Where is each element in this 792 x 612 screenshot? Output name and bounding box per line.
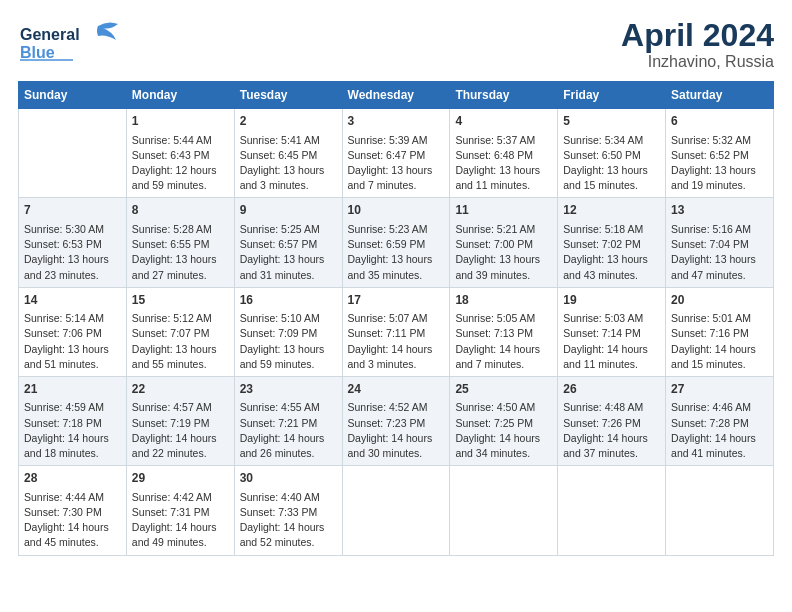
cell-text: and 59 minutes. — [240, 357, 337, 372]
cell-text: Sunset: 7:30 PM — [24, 505, 121, 520]
cell-1-6: 5Sunrise: 5:34 AMSunset: 6:50 PMDaylight… — [558, 109, 666, 198]
cell-text: and 51 minutes. — [24, 357, 121, 372]
cell-text: Sunset: 6:45 PM — [240, 148, 337, 163]
day-number: 22 — [132, 381, 229, 398]
cell-text: Sunrise: 5:10 AM — [240, 311, 337, 326]
header: General Blue April 2024 Inzhavino, Russi… — [18, 18, 774, 71]
cell-text: Sunrise: 5:41 AM — [240, 133, 337, 148]
day-number: 28 — [24, 470, 121, 487]
cell-text: Sunset: 7:00 PM — [455, 237, 552, 252]
cell-2-2: 8Sunrise: 5:28 AMSunset: 6:55 PMDaylight… — [126, 198, 234, 287]
day-number: 26 — [563, 381, 660, 398]
day-number: 2 — [240, 113, 337, 130]
cell-text: Sunrise: 4:55 AM — [240, 400, 337, 415]
cell-text: Daylight: 13 hours — [24, 342, 121, 357]
cell-text: Sunset: 6:53 PM — [24, 237, 121, 252]
calendar-title: April 2024 — [621, 18, 774, 53]
cell-text: Daylight: 13 hours — [455, 252, 552, 267]
cell-text: Sunrise: 4:57 AM — [132, 400, 229, 415]
cell-text: Sunset: 7:19 PM — [132, 416, 229, 431]
cell-text: Sunset: 7:28 PM — [671, 416, 768, 431]
cell-4-7: 27Sunrise: 4:46 AMSunset: 7:28 PMDayligh… — [666, 376, 774, 465]
cell-text: Sunset: 6:52 PM — [671, 148, 768, 163]
cell-text: Sunrise: 5:12 AM — [132, 311, 229, 326]
cell-text: Sunrise: 5:39 AM — [348, 133, 445, 148]
cell-text: Sunrise: 5:16 AM — [671, 222, 768, 237]
cell-2-7: 13Sunrise: 5:16 AMSunset: 7:04 PMDayligh… — [666, 198, 774, 287]
cell-3-4: 17Sunrise: 5:07 AMSunset: 7:11 PMDayligh… — [342, 287, 450, 376]
cell-4-2: 22Sunrise: 4:57 AMSunset: 7:19 PMDayligh… — [126, 376, 234, 465]
cell-text: Sunset: 7:04 PM — [671, 237, 768, 252]
cell-text: Sunset: 7:31 PM — [132, 505, 229, 520]
cell-text: Sunrise: 5:01 AM — [671, 311, 768, 326]
cell-text: Sunset: 6:43 PM — [132, 148, 229, 163]
cell-text: Sunset: 6:48 PM — [455, 148, 552, 163]
cell-text: Sunset: 7:09 PM — [240, 326, 337, 341]
day-number: 4 — [455, 113, 552, 130]
col-sunday: Sunday — [19, 82, 127, 109]
calendar-table: Sunday Monday Tuesday Wednesday Thursday… — [18, 81, 774, 555]
week-row-5: 28Sunrise: 4:44 AMSunset: 7:30 PMDayligh… — [19, 466, 774, 555]
cell-2-5: 11Sunrise: 5:21 AMSunset: 7:00 PMDayligh… — [450, 198, 558, 287]
week-row-3: 14Sunrise: 5:14 AMSunset: 7:06 PMDayligh… — [19, 287, 774, 376]
cell-text: and 37 minutes. — [563, 446, 660, 461]
cell-text: Daylight: 14 hours — [455, 431, 552, 446]
day-number: 24 — [348, 381, 445, 398]
cell-text: and 59 minutes. — [132, 178, 229, 193]
cell-text: and 34 minutes. — [455, 446, 552, 461]
cell-text: Sunrise: 5:07 AM — [348, 311, 445, 326]
cell-text: and 3 minutes. — [348, 357, 445, 372]
cell-text: Daylight: 14 hours — [24, 520, 121, 535]
cell-text: Sunset: 7:26 PM — [563, 416, 660, 431]
cell-3-6: 19Sunrise: 5:03 AMSunset: 7:14 PMDayligh… — [558, 287, 666, 376]
cell-text: Sunrise: 5:28 AM — [132, 222, 229, 237]
cell-5-2: 29Sunrise: 4:42 AMSunset: 7:31 PMDayligh… — [126, 466, 234, 555]
cell-text: Daylight: 13 hours — [563, 163, 660, 178]
cell-2-6: 12Sunrise: 5:18 AMSunset: 7:02 PMDayligh… — [558, 198, 666, 287]
cell-text: Sunrise: 4:46 AM — [671, 400, 768, 415]
cell-text: Sunset: 7:07 PM — [132, 326, 229, 341]
cell-text: Daylight: 13 hours — [563, 252, 660, 267]
day-number: 29 — [132, 470, 229, 487]
cell-text: Sunrise: 5:18 AM — [563, 222, 660, 237]
cell-5-5 — [450, 466, 558, 555]
cell-text: Sunset: 6:59 PM — [348, 237, 445, 252]
cell-3-2: 15Sunrise: 5:12 AMSunset: 7:07 PMDayligh… — [126, 287, 234, 376]
cell-text: Sunrise: 5:30 AM — [24, 222, 121, 237]
cell-4-1: 21Sunrise: 4:59 AMSunset: 7:18 PMDayligh… — [19, 376, 127, 465]
cell-text: and 35 minutes. — [348, 268, 445, 283]
cell-3-1: 14Sunrise: 5:14 AMSunset: 7:06 PMDayligh… — [19, 287, 127, 376]
cell-text: Sunset: 7:06 PM — [24, 326, 121, 341]
cell-1-7: 6Sunrise: 5:32 AMSunset: 6:52 PMDaylight… — [666, 109, 774, 198]
cell-text: Daylight: 13 hours — [240, 342, 337, 357]
cell-text: Daylight: 13 hours — [671, 252, 768, 267]
cell-text: Daylight: 13 hours — [240, 163, 337, 178]
col-wednesday: Wednesday — [342, 82, 450, 109]
cell-1-2: 1Sunrise: 5:44 AMSunset: 6:43 PMDaylight… — [126, 109, 234, 198]
cell-text: Sunrise: 5:14 AM — [24, 311, 121, 326]
cell-4-3: 23Sunrise: 4:55 AMSunset: 7:21 PMDayligh… — [234, 376, 342, 465]
cell-text: and 55 minutes. — [132, 357, 229, 372]
day-number: 18 — [455, 292, 552, 309]
cell-3-3: 16Sunrise: 5:10 AMSunset: 7:09 PMDayligh… — [234, 287, 342, 376]
cell-text: Sunset: 7:13 PM — [455, 326, 552, 341]
cell-text: Sunset: 6:55 PM — [132, 237, 229, 252]
calendar-subtitle: Inzhavino, Russia — [621, 53, 774, 71]
cell-text: Daylight: 14 hours — [240, 431, 337, 446]
cell-text: Daylight: 14 hours — [132, 520, 229, 535]
day-number: 19 — [563, 292, 660, 309]
week-row-2: 7Sunrise: 5:30 AMSunset: 6:53 PMDaylight… — [19, 198, 774, 287]
cell-text: Daylight: 13 hours — [240, 252, 337, 267]
cell-text: Sunset: 7:25 PM — [455, 416, 552, 431]
cell-text: Daylight: 14 hours — [671, 342, 768, 357]
cell-1-4: 3Sunrise: 5:39 AMSunset: 6:47 PMDaylight… — [342, 109, 450, 198]
day-number: 10 — [348, 202, 445, 219]
cell-text: Daylight: 13 hours — [671, 163, 768, 178]
day-number: 17 — [348, 292, 445, 309]
day-number: 6 — [671, 113, 768, 130]
header-row: Sunday Monday Tuesday Wednesday Thursday… — [19, 82, 774, 109]
cell-2-4: 10Sunrise: 5:23 AMSunset: 6:59 PMDayligh… — [342, 198, 450, 287]
cell-text: and 15 minutes. — [563, 178, 660, 193]
cell-4-5: 25Sunrise: 4:50 AMSunset: 7:25 PMDayligh… — [450, 376, 558, 465]
day-number: 21 — [24, 381, 121, 398]
